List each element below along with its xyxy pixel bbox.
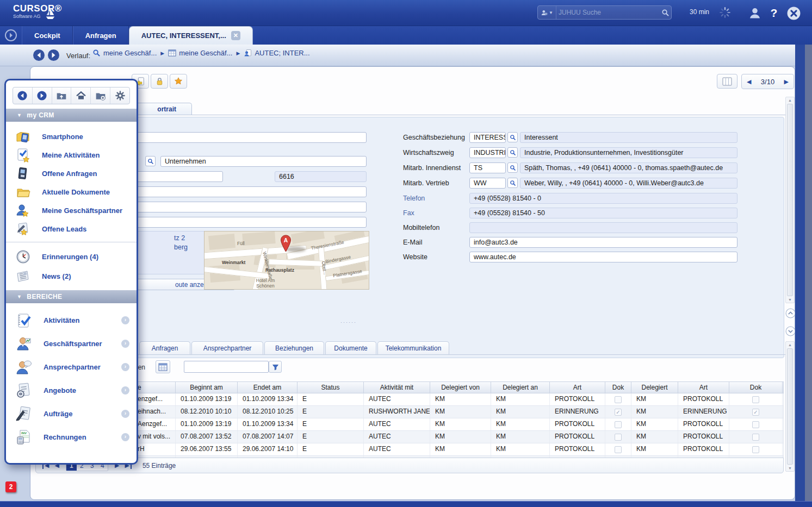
home-button[interactable] xyxy=(71,87,91,104)
sidebar-item-meine-geschäftspartner[interactable]: Meine Geschäftspartner xyxy=(6,201,137,220)
close-app-button[interactable] xyxy=(786,5,801,21)
lookup-code-field[interactable]: INTERESS... xyxy=(469,132,506,143)
table-scrollbar[interactable]: ▲ ▼ xyxy=(785,341,795,472)
name-field[interactable] xyxy=(100,132,367,143)
search-input[interactable] xyxy=(556,9,659,16)
close-tab-icon[interactable]: ✕ xyxy=(231,31,240,40)
sidebar-item-erinnerungen-4[interactable]: Erinnerungen (4) xyxy=(6,247,137,266)
search-scope-dropdown[interactable]: ▼ xyxy=(538,6,556,19)
sidebar-item-offene-leads[interactable]: Offene Leads xyxy=(6,220,137,238)
breadcrumb-item[interactable]: meine Geschäf... xyxy=(92,49,157,57)
gear-button[interactable] xyxy=(110,87,129,104)
folder-plus-button[interactable] xyxy=(91,87,110,104)
lock-button[interactable] xyxy=(151,74,168,89)
scroll-down-icon[interactable]: ▼ xyxy=(786,298,794,302)
scroll-up-icon[interactable]: ▲ xyxy=(786,343,794,347)
website-field[interactable]: www.autec.de xyxy=(469,252,737,262)
sidebar-item-geschäftspartner[interactable]: Geschäftspartner› xyxy=(6,332,137,355)
lookup-search-button[interactable] xyxy=(507,162,518,173)
street-field[interactable] xyxy=(100,186,367,197)
checkbox-unchecked[interactable] xyxy=(615,446,622,453)
column-header[interactable]: Delegiert an xyxy=(491,382,550,393)
breadcrumb-item[interactable]: meine Geschäf... xyxy=(168,49,232,57)
search-icon[interactable] xyxy=(659,9,671,17)
sidebar-item-offene-anfragen[interactable]: Offene Anfragen xyxy=(6,164,137,183)
splitter-handle[interactable]: ······ xyxy=(340,320,357,325)
tab-anfragen[interactable]: Anfragen xyxy=(73,26,129,45)
lookup-search-button[interactable] xyxy=(507,132,518,142)
table-row[interactable]: rH29.06.2007 13:5529.06.2007 14:10EAUTEC… xyxy=(35,443,784,456)
sidebar-item-aufträge[interactable]: Aufträge› xyxy=(6,402,137,425)
column-header[interactable]: Delegiert von xyxy=(430,382,491,393)
help-button[interactable]: ? xyxy=(766,5,782,21)
user-button[interactable] xyxy=(747,5,763,21)
back-button[interactable] xyxy=(13,87,33,104)
column-header[interactable]: Beginnt am xyxy=(176,382,238,393)
next-record-button[interactable]: ▶ xyxy=(784,78,789,85)
quick-filter-input[interactable] xyxy=(184,361,269,373)
sub-tab-telekommunikation[interactable]: Telekommunikation xyxy=(377,341,449,354)
checkbox-unchecked[interactable] xyxy=(752,446,759,453)
checkbox-unchecked[interactable] xyxy=(752,421,759,428)
e-mail-field[interactable]: info@autc3.de xyxy=(469,237,737,248)
sidebar-item-news-2[interactable]: News (2) xyxy=(6,266,137,286)
sub-tab-anfragen[interactable]: Anfragen xyxy=(139,341,190,354)
collapse-down-button[interactable] xyxy=(785,326,796,336)
column-header[interactable]: Aktivität mit xyxy=(364,382,430,393)
lookup-search-button[interactable] xyxy=(507,147,518,158)
checkbox-checked[interactable]: ✓ xyxy=(615,409,622,416)
zip-city-field[interactable] xyxy=(100,202,367,212)
table-row[interactable]: enzgef...01.10.2009 13:1901.10.2009 13:3… xyxy=(35,393,784,406)
forward-button[interactable] xyxy=(33,87,52,104)
section-header-bereiche[interactable]: ▼ BEREICHE xyxy=(6,290,137,303)
checkbox-unchecked[interactable] xyxy=(752,434,759,441)
sub-tab-ansprechpartner[interactable]: Ansprechpartner xyxy=(191,341,263,354)
list-view-button[interactable] xyxy=(717,74,737,89)
sub-tab-beziehungen[interactable]: Beziehungen xyxy=(264,341,324,354)
history-forward-button[interactable] xyxy=(47,49,60,61)
company-type-field[interactable]: Unternehmen xyxy=(160,156,367,167)
sidebar-item-aktivitäten[interactable]: Aktivitäten› xyxy=(6,309,137,332)
country-field[interactable] xyxy=(100,217,367,228)
tab-cockpit[interactable]: Cockpit xyxy=(22,26,73,45)
lookup-code-field[interactable]: TS xyxy=(469,162,506,173)
sidebar-item-meine-aktivitäten[interactable]: Meine Aktivitäten xyxy=(6,146,137,164)
favorite-button[interactable] xyxy=(170,74,187,89)
detail-scrollbar[interactable]: ▲ ▼ xyxy=(785,97,795,303)
tab-autec-interessent-[interactable]: AUTEC, INTERESSENT,...✕ xyxy=(129,26,253,45)
sidebar-item-angebote[interactable]: Angebote› xyxy=(6,379,137,402)
checkbox-unchecked[interactable] xyxy=(752,396,759,403)
expand-tabs-button[interactable] xyxy=(4,29,17,42)
type-search-button[interactable] xyxy=(145,156,156,166)
scrollbar-thumb[interactable] xyxy=(787,104,793,296)
folder-up-button[interactable] xyxy=(52,87,72,104)
table-row[interactable]: eihnach...08.12.2010 10:1008.12.2010 10:… xyxy=(35,406,784,418)
column-header[interactable]: Status xyxy=(297,382,364,393)
column-header[interactable]: Delegiert xyxy=(631,382,678,393)
sidebar-item-aktuelle-dokumente[interactable]: Aktuelle Dokumente xyxy=(6,183,137,201)
checkbox-checked[interactable]: ✓ xyxy=(752,409,759,416)
column-header[interactable]: Endet am xyxy=(238,382,297,393)
location-map[interactable]: FüllWeinmarktWinklerstraßeTheresienstraß… xyxy=(204,231,369,290)
prev-record-button[interactable]: ◀ xyxy=(747,78,751,85)
sub-tab-dokumente[interactable]: Dokumente xyxy=(325,341,376,354)
sidebar-item-rechnungen[interactable]: INVRechnungen› xyxy=(6,425,137,449)
calendar-view-button[interactable] xyxy=(156,360,170,373)
lookup-search-button[interactable] xyxy=(507,178,518,188)
scroll-down-icon[interactable]: ▼ xyxy=(786,466,794,470)
table-row[interactable]: Aenzgef...01.10.2009 13:1901.10.2009 13:… xyxy=(35,418,784,431)
lookup-code-field[interactable]: WW xyxy=(469,178,506,189)
column-header[interactable]: Art xyxy=(678,382,729,393)
lookup-code-field[interactable]: INDUSTRIE xyxy=(469,147,506,158)
checkbox-unchecked[interactable] xyxy=(615,421,622,428)
section-header-mycrm[interactable]: ▼ my CRM xyxy=(6,109,137,122)
column-header[interactable]: Dok xyxy=(729,382,783,393)
sidebar-item-smartphone[interactable]: Smartphone xyxy=(6,127,137,146)
scrollbar-thumb[interactable] xyxy=(787,348,793,465)
column-header[interactable]: Dok xyxy=(605,382,631,393)
scroll-up-icon[interactable]: ▲ xyxy=(786,98,794,102)
checkbox-unchecked[interactable] xyxy=(615,434,622,441)
checkbox-unchecked[interactable] xyxy=(615,396,622,403)
notification-badge[interactable]: 2 xyxy=(5,481,16,492)
table-row[interactable]: v mit vols...07.08.2007 13:5207.08.2007 … xyxy=(35,431,784,443)
